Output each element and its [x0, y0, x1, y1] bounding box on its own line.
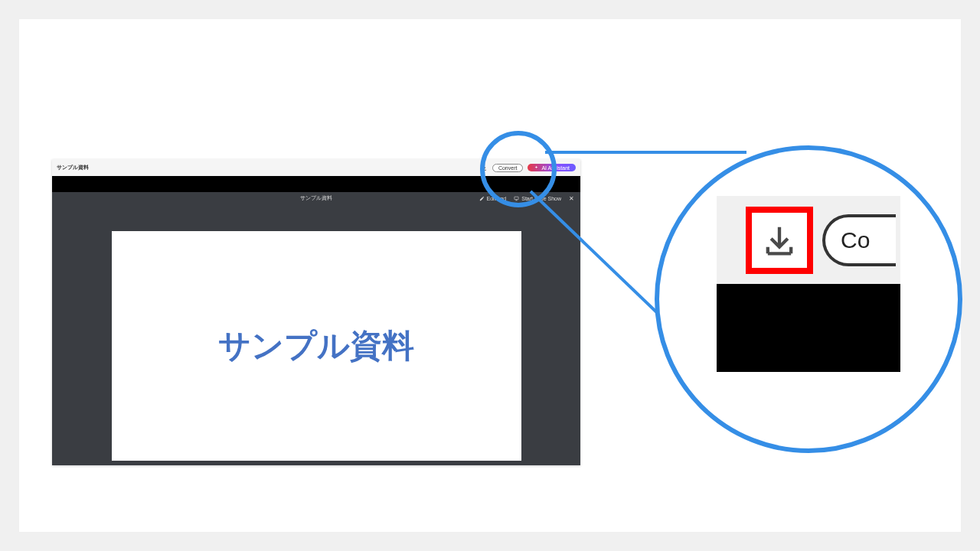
callout-magnifier: Co [655, 145, 962, 453]
start-slideshow-button[interactable]: Start Slide Show [514, 196, 561, 201]
close-button[interactable]: ✕ [569, 195, 574, 202]
ai-assistant-button[interactable]: AI Assistant [528, 164, 576, 171]
pencil-icon [479, 196, 485, 201]
ai-assistant-label: AI Assistant [541, 165, 570, 171]
download-icon-highlight [746, 207, 813, 274]
svg-rect-0 [514, 197, 518, 200]
magnified-topbar: Co [717, 196, 900, 284]
sparkle-icon [534, 165, 539, 171]
magnified-convert-button[interactable]: Co [822, 214, 896, 266]
magnifier-content: Co [717, 196, 900, 403]
subbar-right: Edit and Start Slide Show ✕ [479, 195, 574, 202]
app-topbar: サンプル資料 Convert AI Assistant [52, 159, 580, 176]
subbar-title: サンプル資料 [300, 194, 332, 202]
magnified-white-area [717, 372, 900, 403]
convert-button[interactable]: Convert [492, 164, 524, 172]
download-icon[interactable] [760, 220, 799, 260]
slide-viewer: サンプル資料 [52, 204, 580, 465]
document-page: サンプル資料 Convert AI Assistant サンプル資料 Edit … [19, 19, 961, 532]
magnified-black-bar [717, 284, 900, 372]
topbar-actions: Convert AI Assistant [480, 164, 576, 172]
slide: サンプル資料 [112, 231, 521, 461]
edit-button[interactable]: Edit and [479, 196, 507, 201]
presentation-viewer-app: サンプル資料 Convert AI Assistant サンプル資料 Edit … [52, 159, 580, 465]
presentation-icon [514, 196, 519, 201]
black-bar [52, 176, 580, 192]
document-title: サンプル資料 [57, 164, 89, 171]
slide-title: サンプル資料 [218, 324, 414, 367]
viewer-subbar: サンプル資料 Edit and Start Slide Show ✕ [52, 192, 580, 204]
download-icon[interactable] [480, 164, 488, 171]
